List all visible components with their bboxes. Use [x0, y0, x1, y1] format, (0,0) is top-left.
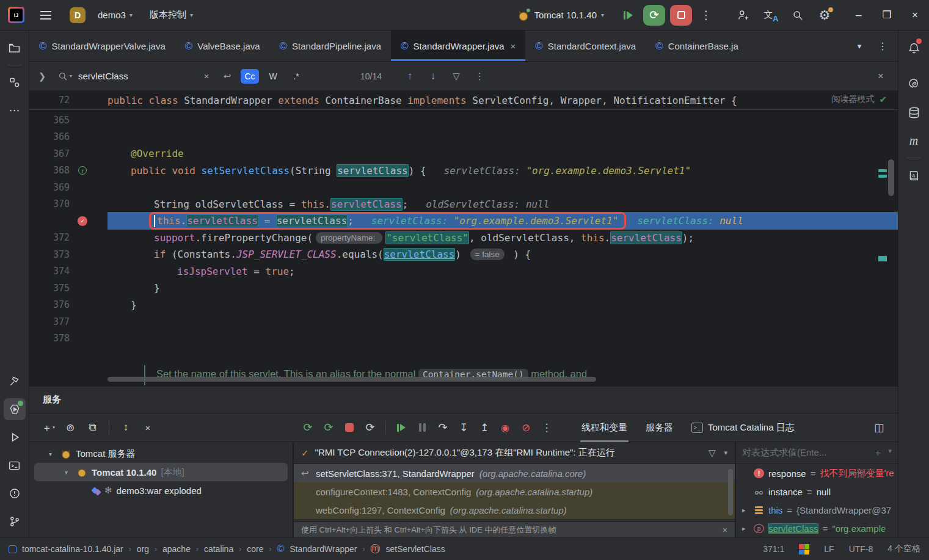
- code-with-me-icon[interactable]: [732, 5, 753, 26]
- override-marker-icon[interactable]: ↑: [78, 166, 87, 175]
- mute-breakpoints-icon[interactable]: ⊘: [517, 418, 535, 437]
- breadcrumb-item[interactable]: catalina: [204, 544, 233, 554]
- thread-chevron-icon[interactable]: ▾: [724, 449, 727, 457]
- run-toolwindow-icon[interactable]: [4, 426, 26, 448]
- project-toolwindow-icon[interactable]: [4, 37, 26, 59]
- step-into-icon[interactable]: ↧: [454, 418, 473, 437]
- breakpoint-icon[interactable]: ✓: [78, 216, 87, 226]
- update-application-icon[interactable]: ⟳: [361, 418, 379, 437]
- thread-selector[interactable]: ✓ "RMI TCP Connection(2)-127.0.0.1"@3,17…: [294, 442, 735, 464]
- translate-icon[interactable]: 文A: [758, 5, 779, 26]
- show-services-icon[interactable]: ⊚: [61, 418, 79, 437]
- restart-debug-icon[interactable]: ⟳: [319, 418, 338, 437]
- stack-frame-row[interactable]: ↩setServletClass:371, StandardWrapper (o…: [294, 464, 735, 482]
- debug-resume-icon[interactable]: [618, 5, 638, 26]
- expand-chevron-icon[interactable]: ▸: [742, 506, 749, 514]
- editor-tab[interactable]: ©ValveBase.java: [175, 31, 270, 61]
- view-breakpoints-icon[interactable]: ◉: [496, 418, 514, 437]
- tab-options-icon[interactable]: ⋮: [873, 37, 892, 55]
- debug-more-icon[interactable]: ⋮: [537, 418, 556, 437]
- debugger-tab[interactable]: >_Tomcat Catalina 日志: [684, 413, 802, 442]
- stop-process-icon[interactable]: [340, 418, 359, 437]
- line-ending-indicator[interactable]: LF: [824, 544, 834, 554]
- indent-indicator[interactable]: 4 个空格: [887, 544, 920, 555]
- search-icon[interactable]: ▾: [57, 71, 72, 82]
- whole-words-toggle[interactable]: W: [264, 69, 282, 84]
- next-match-icon[interactable]: ↓: [424, 68, 442, 85]
- match-case-toggle[interactable]: Cc: [241, 69, 259, 84]
- variable-row[interactable]: ▸this = {StandardWrapper@37: [736, 501, 898, 519]
- close-hint-icon[interactable]: ×: [723, 525, 727, 535]
- variable-row[interactable]: !response = 找不到局部变量're: [736, 464, 898, 482]
- settings-gear-icon[interactable]: ⚙: [814, 5, 835, 26]
- more-toolwindows-icon[interactable]: ⋯: [4, 100, 26, 122]
- vertical-scrollbar[interactable]: [888, 159, 894, 196]
- code-line[interactable]: 378: [29, 330, 898, 347]
- horizontal-scrollbar[interactable]: [107, 377, 596, 382]
- editor-tab[interactable]: ©StandardWrapper.java×: [391, 31, 525, 61]
- debug-toolwindow-icon[interactable]: [4, 398, 26, 420]
- tab-close-icon[interactable]: ×: [511, 41, 516, 51]
- project-selector[interactable]: demo3 ▾: [93, 6, 137, 24]
- code-line[interactable]: 376}: [29, 297, 898, 314]
- breadcrumb-item[interactable]: core: [247, 544, 263, 554]
- regex-toggle[interactable]: .*: [287, 69, 305, 84]
- code-line[interactable]: 365: [29, 112, 898, 129]
- code-line[interactable]: 374isJspServlet = true;: [29, 263, 898, 280]
- code-line[interactable]: ✓this.servletClass = servletClass; servl…: [29, 213, 898, 230]
- tab-list-chevron-icon[interactable]: ▾: [850, 37, 869, 55]
- new-line-icon[interactable]: ↩: [219, 68, 236, 85]
- code-line[interactable]: 367@Override: [29, 145, 898, 162]
- code-line[interactable]: 372support.firePropertyChange(propertyNa…: [29, 230, 898, 247]
- code-line[interactable]: 368↑public void setServletClass(String s…: [29, 162, 898, 180]
- add-service-icon[interactable]: ＋▾: [39, 418, 57, 437]
- problems-toolwindow-icon[interactable]: [4, 482, 26, 504]
- breadcrumb-item[interactable]: apache: [162, 544, 191, 554]
- tree-chevron-icon[interactable]: ▾: [49, 451, 56, 457]
- code-line[interactable]: 370String oldServletClass = this.servlet…: [29, 196, 898, 213]
- evaluate-expression-input[interactable]: 对表达式求值(Ente... ＋ ▾: [736, 442, 898, 464]
- terminal-toolwindow-icon[interactable]: [4, 454, 26, 476]
- close-search-icon[interactable]: ×: [872, 68, 889, 85]
- step-out-icon[interactable]: ↥: [475, 418, 494, 437]
- encoding-indicator[interactable]: UTF-8: [849, 544, 873, 554]
- editor-tab[interactable]: ©StandardPipeline.java: [270, 31, 391, 61]
- breadcrumb-item[interactable]: tomcat-catalina-10.1.40.jar: [22, 544, 123, 554]
- build-toolwindow-icon[interactable]: [4, 370, 26, 392]
- resume-program-icon[interactable]: [392, 418, 410, 437]
- code-line[interactable]: 373if (Constants.JSP_SERVLET_CLASS.equal…: [29, 246, 898, 263]
- variable-row[interactable]: ▸pservletClass = "org.example: [736, 519, 898, 537]
- stop-button[interactable]: [670, 5, 692, 26]
- tree-row[interactable]: ▾Tomcat 10.1.40[本地]: [34, 463, 288, 481]
- database-toolwindow-icon[interactable]: [903, 101, 925, 123]
- open-in-new-tab-icon[interactable]: ⧉: [83, 418, 101, 437]
- code-editor[interactable]: 72 public class StandardWrapper extends …: [29, 91, 898, 385]
- tree-chevron-icon[interactable]: ▾: [65, 469, 72, 476]
- expand-search-icon[interactable]: ❯: [33, 71, 51, 82]
- editor-tab[interactable]: ©ContainerBase.ja: [646, 31, 748, 61]
- inspection-ok-icon[interactable]: ✔: [879, 94, 887, 105]
- variable-row[interactable]: instance = null: [736, 482, 898, 501]
- breadcrumb-item[interactable]: org: [137, 544, 149, 554]
- caret-position[interactable]: 371:1: [763, 544, 784, 554]
- pause-program-icon[interactable]: [413, 418, 431, 437]
- git-toolwindow-icon[interactable]: [4, 511, 26, 533]
- structure-toolwindow-icon[interactable]: [4, 71, 26, 93]
- code-line[interactable]: 377: [29, 313, 898, 330]
- step-over-icon[interactable]: ↷: [434, 418, 452, 437]
- breadcrumb-item[interactable]: StandardWrapper: [290, 544, 357, 554]
- add-watch-icon[interactable]: ＋: [873, 447, 882, 459]
- maven-toolwindow-icon[interactable]: m: [903, 129, 925, 151]
- restart-debug-button[interactable]: ⟳: [643, 5, 665, 26]
- more-actions-icon[interactable]: ⋮: [696, 5, 716, 26]
- maximize-button[interactable]: ❒: [873, 0, 901, 31]
- layout-settings-icon[interactable]: ◫: [870, 418, 888, 437]
- thread-filter-icon[interactable]: ▽: [709, 448, 716, 459]
- vcs-menu[interactable]: 版本控制 ▾: [145, 5, 198, 24]
- minimize-button[interactable]: –: [845, 0, 873, 31]
- run-config-selector[interactable]: Tomcat 10.1.40 ▾: [512, 6, 609, 24]
- code-line[interactable]: 375}: [29, 280, 898, 297]
- search-options-icon[interactable]: ⋮: [471, 68, 488, 85]
- stack-frame-row[interactable]: webConfig:1297, ContextConfig (org.apach…: [294, 501, 735, 519]
- debugger-tab[interactable]: 服务器: [638, 413, 680, 442]
